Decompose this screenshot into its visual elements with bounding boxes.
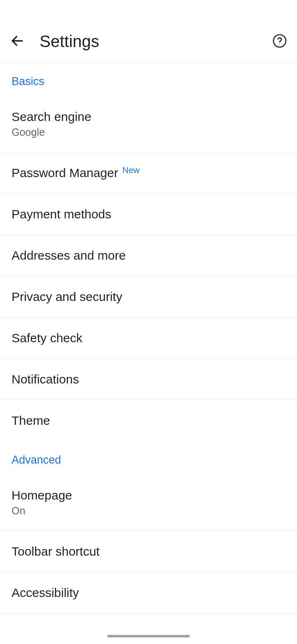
setting-notifications[interactable]: Notifications bbox=[0, 359, 297, 400]
setting-payment-methods[interactable]: Payment methods bbox=[0, 194, 297, 235]
arrow-left-icon bbox=[10, 33, 25, 50]
setting-accessibility[interactable]: Accessibility bbox=[0, 572, 297, 613]
header: Settings bbox=[0, 21, 297, 63]
setting-title: Payment methods bbox=[12, 207, 285, 221]
setting-toolbar-shortcut[interactable]: Toolbar shortcut bbox=[0, 531, 297, 572]
setting-addresses[interactable]: Addresses and more bbox=[0, 235, 297, 276]
setting-privacy[interactable]: Privacy and security bbox=[0, 276, 297, 317]
setting-search-engine[interactable]: Search engine Google bbox=[0, 96, 297, 152]
setting-title: Privacy and security bbox=[12, 290, 285, 304]
setting-title: Homepage bbox=[12, 488, 285, 502]
help-button[interactable] bbox=[270, 32, 290, 52]
setting-password-manager[interactable]: Password Manager New bbox=[0, 152, 297, 194]
setting-title: Addresses and more bbox=[12, 249, 285, 263]
setting-title: Safety check bbox=[12, 331, 285, 345]
setting-title: Accessibility bbox=[12, 586, 285, 600]
setting-title: Search engine bbox=[12, 110, 285, 124]
setting-theme[interactable]: Theme bbox=[0, 400, 297, 441]
new-badge: New bbox=[122, 165, 139, 175]
setting-title: Password Manager New bbox=[12, 166, 285, 180]
page-title: Settings bbox=[40, 32, 270, 51]
setting-title: Notifications bbox=[12, 372, 285, 386]
setting-title: Toolbar shortcut bbox=[12, 545, 285, 559]
label-text: Password Manager bbox=[12, 166, 118, 180]
help-icon bbox=[272, 33, 288, 50]
setting-subtitle: Google bbox=[12, 126, 285, 138]
back-button[interactable] bbox=[7, 32, 27, 52]
status-bar bbox=[0, 0, 297, 21]
setting-homepage[interactable]: Homepage On bbox=[0, 475, 297, 531]
section-header-basics: Basics bbox=[0, 63, 297, 96]
section-header-advanced: Advanced bbox=[0, 441, 297, 475]
setting-subtitle: On bbox=[12, 505, 285, 517]
svg-point-2 bbox=[279, 43, 280, 44]
home-indicator[interactable] bbox=[107, 635, 190, 637]
setting-safety-check[interactable]: Safety check bbox=[0, 317, 297, 359]
setting-title: Theme bbox=[12, 414, 285, 428]
